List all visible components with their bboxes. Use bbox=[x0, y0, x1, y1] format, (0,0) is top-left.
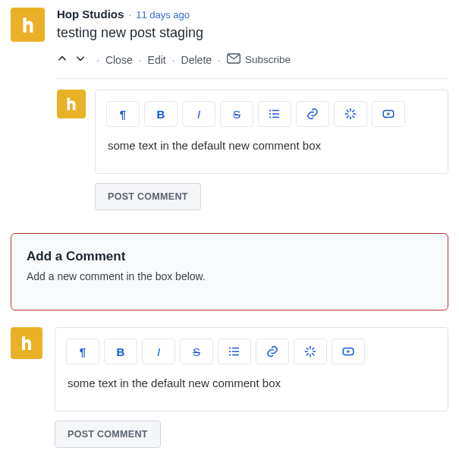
close-action[interactable]: Close bbox=[105, 54, 133, 66]
paragraph-button[interactable]: ¶ bbox=[66, 339, 99, 364]
svg-line-11 bbox=[347, 110, 348, 112]
add-comment-title: Add a Comment bbox=[27, 249, 432, 264]
reply-editor[interactable]: ¶ B I S some text in the default new com… bbox=[95, 90, 448, 174]
strike-button[interactable]: S bbox=[220, 101, 253, 127]
post-header: Hop Studios · 11 days ago bbox=[57, 8, 448, 20]
add-comment-text: Add a new comment in the box below. bbox=[27, 270, 432, 282]
post: Hop Studios · 11 days ago testing new po… bbox=[11, 8, 448, 210]
svg-point-17 bbox=[229, 351, 231, 352]
svg-line-28 bbox=[307, 354, 308, 355]
italic-button[interactable]: I bbox=[142, 339, 175, 364]
bold-button[interactable]: B bbox=[144, 101, 178, 127]
bold-button[interactable]: B bbox=[104, 339, 137, 364]
new-comment-textarea[interactable]: some text in the default new comment box bbox=[55, 372, 448, 411]
list-button[interactable] bbox=[218, 339, 251, 364]
video-button[interactable] bbox=[372, 101, 405, 127]
svg-line-29 bbox=[313, 348, 314, 349]
svg-point-18 bbox=[229, 354, 231, 355]
post-comment-button[interactable]: Post Comment bbox=[95, 183, 201, 210]
subscribe-label: Subscribe bbox=[245, 54, 291, 65]
editor-toolbar: ¶ B I S bbox=[96, 90, 448, 134]
link-button[interactable] bbox=[256, 339, 289, 364]
svg-rect-6 bbox=[272, 117, 279, 118]
svg-point-3 bbox=[269, 116, 271, 118]
reply-textarea[interactable]: some text in the default new comment box bbox=[96, 134, 448, 173]
spark-button[interactable] bbox=[334, 101, 367, 127]
svg-rect-20 bbox=[232, 351, 239, 352]
editor-toolbar: ¶ B I S bbox=[55, 328, 448, 372]
post-timestamp[interactable]: 11 days ago bbox=[136, 9, 190, 20]
svg-line-14 bbox=[353, 110, 354, 112]
italic-button[interactable]: I bbox=[182, 101, 215, 127]
new-comment-editor[interactable]: ¶ B I S some text in the default new com… bbox=[55, 327, 448, 411]
author-name: Hop Studios bbox=[57, 8, 124, 20]
separator: · bbox=[128, 8, 131, 20]
add-comment-panel: Add a Comment Add a new comment in the b… bbox=[11, 233, 448, 311]
video-button[interactable] bbox=[332, 339, 365, 364]
svg-point-16 bbox=[229, 347, 231, 348]
svg-rect-5 bbox=[272, 113, 279, 115]
link-button[interactable] bbox=[296, 101, 329, 127]
svg-point-1 bbox=[269, 109, 271, 111]
edit-action[interactable]: Edit bbox=[148, 54, 166, 66]
svg-rect-21 bbox=[232, 355, 239, 356]
post-title: testing new post staging bbox=[57, 25, 448, 41]
downvote-button[interactable] bbox=[75, 53, 86, 66]
new-comment-composer: ¶ B I S some text in the default new com… bbox=[11, 327, 448, 448]
post-comment-button[interactable]: Post Comment bbox=[55, 421, 161, 448]
current-user-avatar bbox=[57, 90, 86, 118]
svg-point-2 bbox=[269, 113, 271, 115]
list-button[interactable] bbox=[258, 101, 291, 127]
spark-button[interactable] bbox=[294, 339, 327, 364]
paragraph-button[interactable]: ¶ bbox=[106, 101, 140, 127]
upvote-button[interactable] bbox=[57, 53, 68, 66]
author-avatar bbox=[11, 8, 45, 42]
post-main: Hop Studios · 11 days ago testing new po… bbox=[57, 8, 448, 210]
svg-rect-4 bbox=[272, 110, 279, 112]
svg-rect-19 bbox=[232, 348, 239, 349]
reply-composer: ¶ B I S some text in the default new com… bbox=[57, 90, 448, 210]
svg-line-27 bbox=[313, 354, 314, 355]
strike-button[interactable]: S bbox=[180, 339, 213, 364]
post-actions: · Close · Edit · Delete · Subscribe bbox=[57, 53, 448, 79]
delete-action[interactable]: Delete bbox=[181, 54, 212, 66]
current-user-avatar bbox=[11, 327, 42, 359]
svg-line-13 bbox=[347, 116, 348, 118]
svg-line-12 bbox=[353, 116, 354, 118]
svg-line-26 bbox=[307, 348, 308, 349]
mail-icon bbox=[227, 53, 241, 66]
subscribe-action[interactable]: Subscribe bbox=[227, 53, 291, 66]
